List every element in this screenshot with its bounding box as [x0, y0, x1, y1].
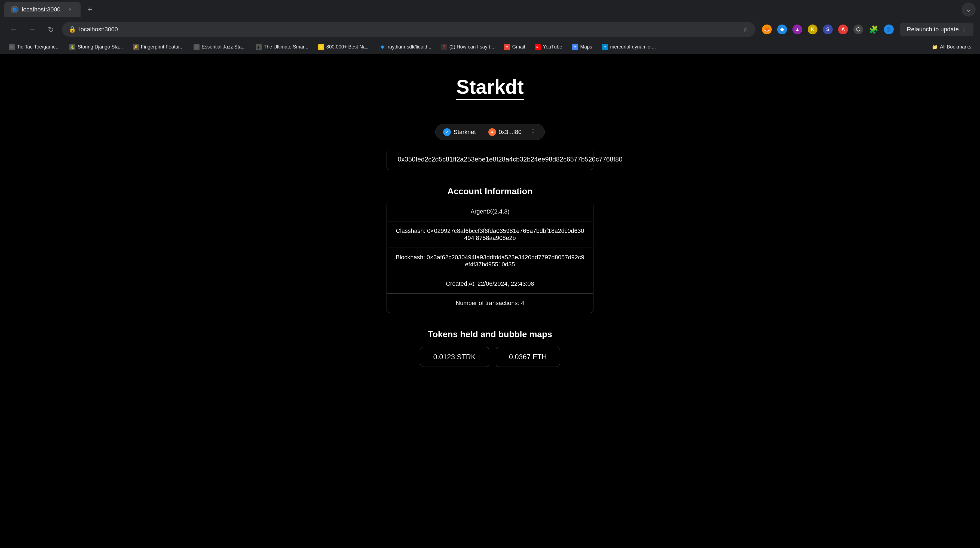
- page-content: Starkdt ✓ Starknet | A 0x3...f80 ⋮ 0x350…: [0, 54, 980, 548]
- wallet-widget[interactable]: ✓ Starknet | A 0x3...f80 ⋮: [435, 124, 545, 140]
- account-info-title: Account Information: [387, 186, 593, 196]
- contract-address-box: 0x350fed2c2d5c81ff2a253ebe1e8f28a4cb32b2…: [387, 149, 593, 170]
- bookmark-label: (2) How can I say t...: [449, 44, 494, 50]
- browser-chrome: 🔵 localhost:3000 × + ⌄ ← → ↻ 🔒 localhost…: [0, 0, 980, 54]
- bookmark-favicon: M: [572, 44, 578, 50]
- all-bookmarks-label: All Bookmarks: [940, 44, 971, 50]
- bookmark-favicon: 🎵: [194, 44, 200, 50]
- ext-icon-3[interactable]: ▲: [790, 22, 804, 37]
- ext-icon-2[interactable]: ◆: [775, 22, 789, 37]
- token-buttons-group: 0.0123 STRK 0.0367 ETH: [387, 347, 593, 367]
- relaunch-menu-icon: ⋮: [961, 26, 967, 33]
- bookmark-favicon: M: [504, 44, 510, 50]
- page-title: Starkdt: [456, 76, 524, 100]
- relaunch-button[interactable]: Relaunch to update ⋮: [900, 22, 974, 36]
- bookmark-favicon: m: [602, 44, 608, 50]
- back-button[interactable]: ←: [6, 22, 21, 37]
- classhash-row: Classhash: 0×029927c8af6bccf3f6fda035981…: [387, 221, 593, 248]
- classhash-value: 0×029927c8af6bccf3f6fda035981e765a7bdbf1…: [427, 228, 584, 241]
- bookmark-gmail[interactable]: M Gmail: [500, 43, 529, 52]
- address-bar[interactable]: 🔒 localhost:3000 ☆: [62, 22, 756, 37]
- bookmark-fingerprint[interactable]: 🔑 Fingerprint Featur...: [129, 43, 188, 52]
- bookmark-how[interactable]: ❓ (2) How can I say t...: [437, 43, 498, 52]
- wallet-type-row: ArgentX(2.4.3): [387, 202, 593, 221]
- bookmark-label: YouTube: [543, 44, 562, 50]
- wallet-type-text: ArgentX(2.4.3): [470, 208, 509, 215]
- reload-button[interactable]: ↻: [43, 22, 58, 37]
- widget-divider: |: [481, 129, 483, 135]
- widget-menu-button[interactable]: ⋮: [529, 127, 537, 137]
- bookmark-favicon: 🔷: [379, 44, 385, 50]
- all-bookmarks[interactable]: 📁 All Bookmarks: [928, 43, 976, 52]
- created-at-row: Created At: 22/06/2024, 22:43:08: [387, 274, 593, 294]
- maximize-icon[interactable]: ⌄: [961, 2, 976, 17]
- bookmark-label: Tic-Tac-Toe/game...: [17, 44, 60, 50]
- ext-icon-6[interactable]: A: [836, 22, 850, 37]
- address-text: localhost:3000: [79, 26, 118, 33]
- star-icon[interactable]: ☆: [743, 25, 749, 33]
- lock-icon: 🔒: [68, 26, 76, 33]
- account-info-section: Account Information ArgentX(2.4.3) Class…: [387, 186, 593, 313]
- bookmark-label: 800,000+ Best Na...: [326, 44, 370, 50]
- bookmarks-bar: 🎮 Tic-Tac-Toe/game... 🐍 Storing Django S…: [0, 40, 980, 54]
- bookmark-favicon: ❓: [441, 44, 447, 50]
- blockhash-row: Blockhash: 0×3af62c2030494fa93ddfdda523e…: [387, 248, 593, 274]
- tab-bar: 🔵 localhost:3000 × + ⌄: [0, 0, 980, 19]
- blockhash-value: 0×3af62c2030494fa93ddfdda523e3420dd7797d…: [426, 254, 584, 268]
- wallet-address-short: 0x3...f80: [499, 129, 522, 135]
- tab-title: localhost:3000: [22, 6, 63, 13]
- bookmark-django[interactable]: 🐍 Storing Django Sta...: [65, 43, 127, 52]
- blockhash-label: Blockhash:: [396, 254, 425, 261]
- transactions-text: Number of transactions: 4: [456, 299, 524, 306]
- profile-icon[interactable]: 👤: [882, 22, 896, 37]
- bookmark-label: Maps: [580, 44, 592, 50]
- strk-token-button[interactable]: 0.0123 STRK: [420, 347, 489, 367]
- bookmark-label: Fingerprint Featur...: [141, 44, 184, 50]
- bookmark-favicon: 🎮: [9, 44, 15, 50]
- tokens-section: Tokens held and bubble maps 0.0123 STRK …: [387, 329, 593, 367]
- bookmark-favicon: 🔑: [133, 44, 139, 50]
- forward-button[interactable]: →: [25, 22, 39, 37]
- network-label: Starknet: [453, 129, 476, 135]
- extensions-area: 🦊 ◆ ▲ K S A ⬡ 🧩 👤: [760, 22, 896, 37]
- bookmark-favicon: ⭐: [318, 44, 324, 50]
- classhash-label: Classhash:: [396, 228, 425, 234]
- account-info-table: ArgentX(2.4.3) Classhash: 0×029927c8af6b…: [387, 202, 593, 313]
- folder-icon: 📁: [932, 44, 938, 50]
- contract-address-text: 0x350fed2c2d5c81ff2a253ebe1e8f28a4cb32b2…: [398, 156, 622, 163]
- ext-metamask-icon[interactable]: 🦊: [760, 22, 774, 37]
- bookmark-label: Storing Django Sta...: [78, 44, 123, 50]
- bookmark-mercurial[interactable]: m mercurial-dynamic-...: [598, 43, 660, 52]
- bookmark-smart[interactable]: 📱 The Ultimate Smar...: [251, 43, 313, 52]
- new-tab-button[interactable]: +: [83, 2, 97, 17]
- bookmark-jazz[interactable]: 🎵 Essential Jazz Sta...: [189, 43, 250, 52]
- created-at-text: Created At: 22/06/2024, 22:43:08: [446, 280, 534, 287]
- wallet-address-badge: A 0x3...f80: [488, 128, 522, 136]
- bookmark-800k[interactable]: ⭐ 800,000+ Best Na...: [314, 43, 374, 52]
- bookmark-tic-tac-toe[interactable]: 🎮 Tic-Tac-Toe/game...: [4, 43, 64, 52]
- ext-icon-4[interactable]: K: [805, 22, 820, 37]
- active-tab[interactable]: 🔵 localhost:3000 ×: [4, 2, 81, 17]
- tab-close-button[interactable]: ×: [67, 6, 74, 13]
- argent-icon: A: [488, 128, 496, 136]
- bookmark-favicon: ▶: [535, 44, 541, 50]
- bookmark-youtube[interactable]: ▶ YouTube: [530, 43, 566, 52]
- transactions-row: Number of transactions: 4: [387, 294, 593, 313]
- relaunch-label: Relaunch to update: [907, 26, 959, 33]
- bookmark-raydium[interactable]: 🔷 raydium-sdk/liquid...: [375, 43, 436, 52]
- eth-token-button[interactable]: 0.0367 ETH: [496, 347, 560, 367]
- bookmark-label: Gmail: [512, 44, 525, 50]
- ext-icon-7[interactable]: ⬡: [851, 22, 865, 37]
- tab-favicon: 🔵: [11, 6, 19, 13]
- ext-puzzle-icon[interactable]: 🧩: [867, 22, 881, 37]
- starknet-network-badge: ✓ Starknet: [443, 128, 476, 136]
- bookmark-maps[interactable]: M Maps: [568, 43, 597, 52]
- starknet-icon: ✓: [443, 128, 451, 136]
- bookmark-label: mercurial-dynamic-...: [610, 44, 656, 50]
- bookmark-favicon: 🐍: [69, 44, 75, 50]
- bookmark-label: The Ultimate Smar...: [264, 44, 309, 50]
- tokens-title: Tokens held and bubble maps: [387, 329, 593, 339]
- toolbar: ← → ↻ 🔒 localhost:3000 ☆ 🦊 ◆ ▲ K S: [0, 19, 980, 40]
- ext-icon-5[interactable]: S: [821, 22, 835, 37]
- bookmark-label: raydium-sdk/liquid...: [388, 44, 431, 50]
